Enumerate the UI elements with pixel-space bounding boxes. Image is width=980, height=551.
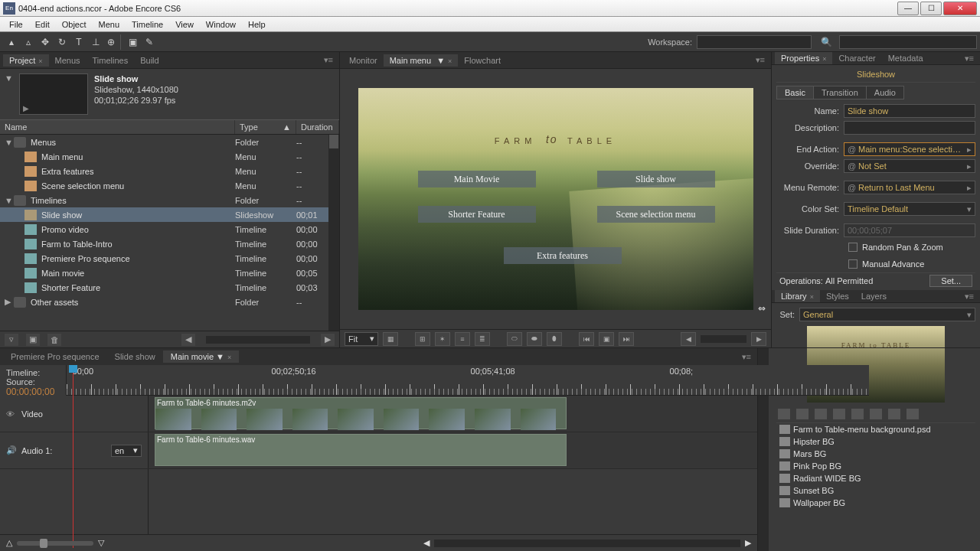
set-select[interactable]: General▾ (799, 308, 975, 321)
move-tool-icon[interactable]: ✥ (37, 34, 54, 50)
scroll-left-icon[interactable]: ◀ (423, 538, 430, 548)
maximize-button[interactable]: ☐ (920, 2, 942, 15)
tab-basic[interactable]: Basic (776, 86, 814, 99)
project-item[interactable]: Shorter FeatureTimeline00;03 (0, 280, 339, 295)
video-track-body[interactable]: Farm to Table-6 minutes.m2v (149, 396, 757, 432)
filter-icon[interactable]: ▿ (5, 334, 18, 346)
scroll-right-icon[interactable]: ▶ (751, 332, 766, 346)
audio-clip[interactable]: Farm to Table-6 minutes.wav (155, 434, 567, 466)
tab-build[interactable]: Build (134, 54, 165, 67)
timeline-tab-slideshow[interactable]: Slide show (107, 350, 163, 363)
tab-project[interactable]: Project× (3, 54, 49, 67)
safe-area-icon[interactable]: ▦ (383, 332, 398, 346)
manual-advance-checkbox[interactable] (848, 259, 858, 269)
chevron-down-icon[interactable]: ▾ (967, 204, 972, 214)
timeline-tab-main-movie[interactable]: Main movie ▼× (163, 350, 239, 363)
project-item[interactable]: Extra featuresMenu-- (0, 164, 339, 178)
panel-flyout-icon[interactable]: ▾≡ (753, 55, 768, 65)
selection-tool-icon[interactable]: ▴ (3, 34, 20, 50)
disclosure-icon[interactable]: ▼ (5, 73, 13, 115)
play-icon[interactable]: ▶ (23, 104, 29, 112)
tab-transition[interactable]: Transition (813, 86, 867, 99)
project-scrollbar[interactable] (328, 135, 339, 331)
new-button2-icon[interactable]: ⬬ (527, 332, 542, 346)
time-ruler[interactable]: 00;0000;02;50;1600;05;41;0800;08; (67, 365, 869, 396)
edit-menu-icon[interactable]: ✎ (141, 34, 158, 50)
end-action-field[interactable]: @Main menu:Scene selecti…▸ (844, 142, 975, 156)
panel-flyout-icon[interactable]: ▾≡ (962, 292, 977, 302)
color-set-field[interactable]: Timeline Default▾ (844, 202, 975, 216)
preview-here-icon[interactable]: ▣ (599, 332, 614, 346)
direct-select-tool-icon[interactable]: ▵ (20, 34, 37, 50)
project-item[interactable]: ▼MenusFolder-- (0, 135, 339, 149)
chevron-right-icon[interactable]: ▸ (967, 161, 972, 171)
random-pan-checkbox[interactable] (848, 243, 858, 252)
tab-styles[interactable]: Styles (820, 290, 855, 302)
audio-track-body[interactable]: Farm to Table-6 minutes.wav (149, 432, 757, 468)
minimize-button[interactable]: — (897, 2, 919, 15)
search-input[interactable] (839, 35, 977, 49)
project-list[interactable]: ▼MenusFolder--Main menuMenu--Extra featu… (0, 135, 339, 331)
trash-icon[interactable]: 🗑 (47, 334, 61, 346)
routing-icon[interactable]: ⊞ (415, 332, 430, 346)
new-item-icon[interactable]: ▣ (26, 334, 40, 346)
pickwhip-icon[interactable]: @ (848, 183, 858, 192)
workspace-select[interactable] (697, 35, 812, 49)
column-name[interactable]: Name (0, 120, 235, 134)
video-clip[interactable]: Farm to Table-6 minutes.m2v (155, 397, 567, 429)
menu-menu[interactable]: Menu (93, 20, 126, 29)
chevron-down-icon[interactable]: ▾ (967, 310, 972, 320)
panel-flyout-icon[interactable]: ▾≡ (962, 54, 977, 64)
audio-lang-select[interactable]: en▾ (111, 445, 142, 457)
tab-character[interactable]: Character (832, 52, 881, 64)
tab-library[interactable]: Library× (775, 290, 820, 302)
chevron-right-icon[interactable]: ▸ (967, 183, 972, 193)
monitor-canvas[interactable]: FARM to TABLE Main Movie Slide show Shor… (340, 69, 771, 329)
chevron-right-icon[interactable]: ▸ (967, 145, 972, 155)
menu-edit[interactable]: Edit (29, 20, 56, 29)
show-normal-icon[interactable]: ✶ (435, 332, 450, 346)
scroll-right-icon[interactable]: ▶ (745, 538, 751, 548)
preview-icon[interactable]: ▣ (124, 34, 141, 50)
zoom-out-icon[interactable]: △ (6, 538, 12, 548)
menu-object[interactable]: Object (56, 20, 93, 29)
operations-set-button[interactable]: Set... (929, 275, 972, 287)
zoom-select[interactable]: Fit▾ (345, 332, 378, 346)
monitor-h-scrollbar[interactable] (701, 335, 746, 343)
pickwhip-icon[interactable]: @ (848, 145, 858, 154)
project-item[interactable]: ▶Other assetsFolder-- (0, 295, 339, 309)
panel-flyout-icon[interactable]: ▾≡ (739, 352, 754, 362)
name-field[interactable]: Slide show (844, 104, 975, 118)
zoom-slider[interactable] (17, 541, 93, 546)
tab-audio[interactable]: Audio (866, 86, 904, 99)
preview-btn-slide-show[interactable]: Slide show (597, 171, 715, 187)
timeline-tab-premiere[interactable]: Premiere Pro sequence (3, 350, 107, 363)
show-activated-icon[interactable]: ≣ (475, 332, 490, 346)
project-item[interactable]: Slide showSlideshow00;01 (0, 207, 339, 222)
vertical-text-tool-icon[interactable]: ⊥ (87, 34, 104, 50)
zoom-in-icon[interactable]: ▽ (98, 538, 104, 548)
project-item[interactable]: Main menuMenu-- (0, 149, 339, 164)
tab-main-menu[interactable]: Main menu ▼× (384, 54, 459, 67)
scroll-right-icon[interactable]: ▶ (321, 334, 335, 346)
preview-btn-scene[interactable]: Scene selection menu (597, 206, 715, 223)
tab-metadata[interactable]: Metadata (882, 52, 929, 64)
rotate-tool-icon[interactable]: ↻ (54, 34, 70, 50)
close-button[interactable]: ✕ (943, 2, 977, 15)
new-button3-icon[interactable]: ⬮ (547, 332, 562, 346)
next-chapter-icon[interactable]: ⏭ (619, 332, 634, 346)
scroll-left-icon[interactable]: ◀ (681, 332, 696, 346)
project-item[interactable]: Main movieTimeline00;05 (0, 266, 339, 280)
scroll-left-icon[interactable]: ◀ (181, 334, 195, 346)
menu-help[interactable]: Help (242, 20, 272, 29)
project-item[interactable]: Premiere Pro sequenceTimeline00;00 (0, 251, 339, 266)
menu-remote-field[interactable]: @Return to Last Menu▸ (844, 181, 975, 194)
project-item[interactable]: Farm to Table-IntroTimeline00;00 (0, 236, 339, 251)
panel-flyout-icon[interactable]: ▾≡ (321, 55, 336, 65)
column-duration[interactable]: Duration (296, 120, 339, 134)
override-field[interactable]: @Not Set▸ (844, 159, 975, 173)
project-item[interactable]: Promo videoTimeline00;00 (0, 222, 339, 236)
menu-file[interactable]: File (3, 20, 29, 29)
prev-chapter-icon[interactable]: ⏮ (579, 332, 594, 346)
column-type[interactable]: Type ▲ (235, 120, 296, 134)
